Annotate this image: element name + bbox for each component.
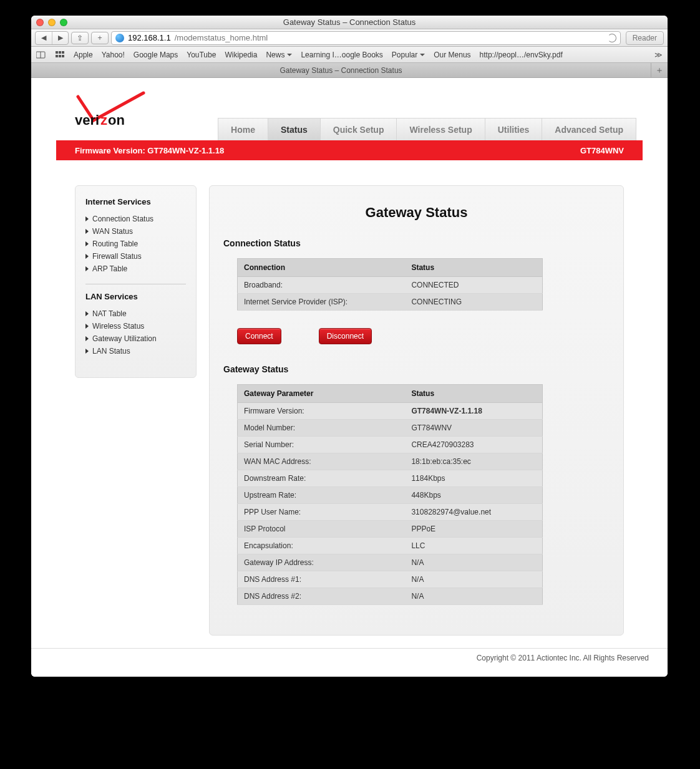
cell-label: DNS Address #1: [238, 571, 406, 588]
bookmark-item[interactable]: YouTube [187, 51, 216, 59]
gw-col-status: Status [405, 385, 542, 403]
cell-label: Downstream Rate: [238, 470, 406, 487]
bookmark-item[interactable]: Popular [392, 51, 425, 59]
close-button[interactable] [36, 19, 44, 26]
cell-label: DNS Address #2: [238, 588, 406, 605]
nav-status[interactable]: Status [268, 118, 321, 140]
bookmark-item[interactable]: News [266, 51, 292, 59]
caret-icon [85, 216, 89, 221]
bookmark-item[interactable]: Wikipedia [225, 51, 257, 59]
bookmark-item[interactable]: Yahoo! [102, 51, 125, 59]
footer: Copyright © 2011 Actiontec Inc. All Righ… [31, 648, 668, 667]
cell-label: Serial Number: [238, 437, 406, 453]
cell-label: Gateway IP Address: [238, 554, 406, 571]
svg-rect-7 [62, 55, 64, 57]
svg-rect-5 [56, 55, 58, 57]
sidebar-item-label: LAN Status [92, 347, 130, 355]
zoom-button[interactable] [60, 19, 67, 26]
bookmarks-bar: AppleYahoo!Google MapsYouTubeWikipediaNe… [31, 47, 668, 63]
sidebar-item-label: Firewall Status [92, 252, 142, 261]
cell-label: Firmware Version: [238, 403, 406, 420]
sidebar-item[interactable]: Wireless Status [85, 320, 186, 332]
nav-home[interactable]: Home [218, 118, 268, 140]
minimize-button[interactable] [48, 19, 56, 26]
browser-toolbar: ◀ ▶ ⇪ ＋ 192.168.1.1/modemstatus_home.htm… [31, 29, 668, 47]
cell-value: N/A [405, 588, 542, 605]
table-row: WAN MAC Address:18:1b:eb:ca:35:ec [238, 453, 543, 470]
reload-icon[interactable] [608, 34, 616, 42]
bookmarks-overflow-icon[interactable]: ≫ [654, 51, 663, 59]
bookmark-item[interactable]: Apple [74, 51, 93, 59]
caret-icon [85, 229, 89, 234]
page-viewport[interactable]: veri z on HomeStatusQuick SetupWireless … [31, 78, 668, 677]
new-tab-button[interactable]: ＋ [651, 63, 668, 77]
cell-value: 3108282974@value.net [405, 504, 542, 521]
add-bookmark-button[interactable]: ＋ [91, 32, 109, 44]
cell-value: GT784WN-VZ-1.1.18 [405, 403, 542, 420]
cell-value: CREA4270903283 [405, 437, 542, 453]
caret-icon [85, 241, 89, 246]
reading-list-icon[interactable] [36, 51, 46, 59]
bookmark-item[interactable]: Our Menus [434, 51, 470, 59]
sidebar-item[interactable]: WAN Status [85, 225, 186, 238]
sidebar-item[interactable]: Gateway Utilization [85, 332, 186, 345]
conn-col-connection: Connection [238, 259, 406, 277]
back-button[interactable]: ◀ [36, 32, 52, 44]
sidebar-heading-lan: LAN Services [85, 292, 186, 301]
nav-advanced-setup[interactable]: Advanced Setup [542, 118, 636, 140]
connect-button[interactable]: Connect [237, 328, 281, 344]
browser-window: Gateway Status – Connection Status ◀ ▶ ⇪… [31, 16, 668, 677]
svg-text:z: z [100, 112, 107, 128]
svg-rect-3 [59, 51, 61, 54]
sidebar-item-label: Gateway Utilization [92, 334, 157, 343]
top-sites-icon[interactable] [55, 51, 65, 59]
bookmark-item[interactable]: http://peopl…/envSky.pdf [480, 51, 563, 59]
sidebar: Internet Services Connection StatusWAN S… [75, 185, 197, 378]
nav-wireless-setup[interactable]: Wireless Setup [397, 118, 485, 140]
window-title: Gateway Status – Connection Status [31, 17, 668, 27]
table-row: Broadband:CONNECTED [238, 277, 543, 294]
bookmark-item[interactable]: Learning I…oogle Books [301, 51, 382, 59]
cell-label: Broadband: [238, 277, 406, 294]
reader-button[interactable]: Reader [626, 31, 664, 45]
table-row: Model Number:GT784WNV [238, 420, 543, 437]
cell-value: 18:1b:eb:ca:35:ec [405, 453, 542, 470]
sidebar-item[interactable]: Routing Table [85, 238, 186, 250]
table-row: Encapsulation:LLC [238, 538, 543, 554]
table-row: DNS Address #2:N/A [238, 588, 543, 605]
share-button[interactable]: ⇪ [71, 32, 89, 44]
cell-value: CONNECTED [405, 277, 542, 294]
caret-icon [85, 324, 89, 329]
window-controls [36, 19, 67, 26]
disconnect-button[interactable]: Disconnect [319, 328, 372, 344]
caret-icon [85, 336, 89, 341]
cell-label: Upstream Rate: [238, 487, 406, 504]
sidebar-heading-internet: Internet Services [85, 197, 186, 206]
nav-buttons: ◀ ▶ [35, 31, 69, 45]
sidebar-item[interactable]: LAN Status [85, 345, 186, 357]
caret-icon [85, 266, 89, 271]
sidebar-item-label: Connection Status [92, 215, 153, 223]
bookmark-item[interactable]: Google Maps [134, 51, 178, 59]
cell-value: CONNECTING [405, 294, 542, 311]
titlebar: Gateway Status – Connection Status [31, 16, 668, 29]
cell-label: Internet Service Provider (ISP): [238, 294, 406, 311]
nav-utilities[interactable]: Utilities [485, 118, 543, 140]
model-badge: GT784WNV [580, 146, 624, 155]
nav-quick-setup[interactable]: Quick Setup [321, 118, 397, 140]
svg-rect-4 [62, 51, 64, 54]
sidebar-item[interactable]: NAT Table [85, 307, 186, 320]
cell-label: Model Number: [238, 420, 406, 437]
url-field[interactable]: 192.168.1.1/modemstatus_home.html [111, 31, 621, 45]
sidebar-item[interactable]: ARP Table [85, 263, 186, 275]
forward-button[interactable]: ▶ [52, 32, 68, 44]
sidebar-item[interactable]: Firewall Status [85, 250, 186, 263]
sidebar-item[interactable]: Connection Status [85, 213, 186, 225]
cell-label: WAN MAC Address: [238, 453, 406, 470]
tab-current[interactable]: Gateway Status – Connection Status [31, 63, 651, 77]
cell-value: N/A [405, 554, 542, 571]
cell-value: 1184Kbps [405, 470, 542, 487]
conn-col-status: Status [405, 259, 542, 277]
svg-rect-6 [59, 55, 61, 57]
table-row: ISP ProtocolPPPoE [238, 521, 543, 538]
